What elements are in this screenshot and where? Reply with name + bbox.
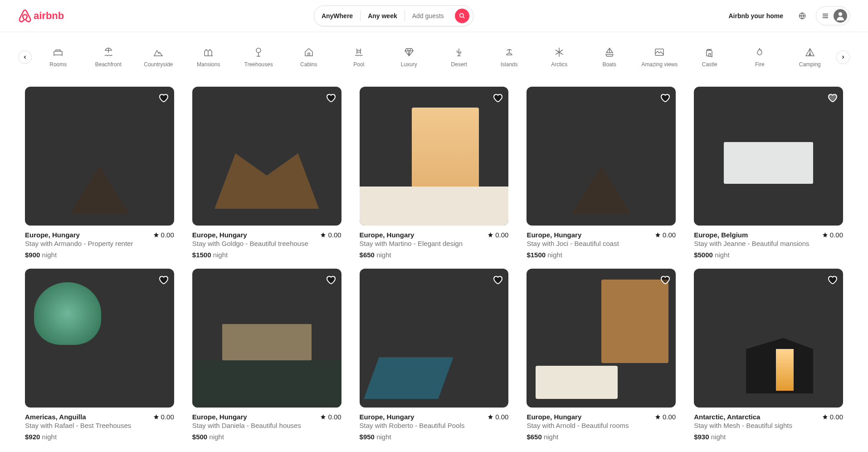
listing-image[interactable] [360, 87, 509, 226]
category-item[interactable]: Treehouses [238, 41, 280, 73]
listing-description: Stay with Arnold - Beautiful rooms [527, 422, 676, 429]
airbnb-logo-icon [18, 9, 32, 23]
listing-description: Stay with Armando - Property renter [25, 240, 174, 247]
star-icon [320, 232, 326, 238]
star-icon [488, 232, 493, 238]
listing-card[interactable]: Europe, Hungary 0.00 Stay with Arnold - … [527, 269, 676, 441]
category-prev-button[interactable] [18, 50, 32, 64]
listing-card[interactable]: Europe, Hungary 0.00 Stay with Joci - Be… [527, 87, 676, 259]
listing-price: $650 night [360, 251, 509, 259]
language-button[interactable] [793, 7, 811, 25]
favorite-button[interactable] [827, 92, 838, 103]
search-bar[interactable]: AnyWhere Any week Add guests [314, 5, 473, 26]
listing-card[interactable]: Europe, Belgium 0.00 Stay with Jeanne - … [694, 87, 843, 259]
category-label: Beachfront [95, 61, 122, 68]
island-icon [504, 47, 515, 58]
logo[interactable]: airbnb [18, 9, 64, 23]
diamond-icon [404, 47, 414, 58]
listing-image[interactable] [694, 269, 843, 408]
category-row: RoomsBeachfrontCountrysideMansionsTreeho… [0, 32, 868, 73]
listing-card[interactable]: Europe, Hungary 0.00 Stay with Goldgo - … [192, 87, 341, 259]
favorite-button[interactable] [492, 92, 503, 103]
listing-card[interactable]: Europe, Hungary 0.00 Stay with Martino -… [360, 87, 509, 259]
svg-point-0 [460, 14, 463, 17]
listing-image[interactable] [694, 87, 843, 226]
listing-price: $930 night [694, 433, 843, 441]
category-item[interactable]: Beachfront [88, 41, 130, 73]
listing-card[interactable]: Europe, Hungary 0.00 Stay with Armando -… [25, 87, 174, 259]
listing-card[interactable]: Europe, Hungary 0.00 Stay with Daniela -… [192, 269, 341, 441]
listing-image[interactable] [192, 269, 341, 408]
listing-card[interactable]: Europe, Hungary 0.00 Stay with Roberto -… [360, 269, 509, 441]
pool-icon [353, 47, 364, 58]
category-item[interactable]: Cabins [288, 41, 330, 73]
listing-image[interactable] [360, 269, 509, 408]
svg-line-1 [463, 17, 465, 19]
search-button[interactable] [455, 9, 469, 23]
category-item[interactable]: Amazing views [639, 41, 681, 73]
snowflake-icon [554, 47, 565, 58]
favorite-button[interactable] [325, 274, 336, 285]
rating-value: 0.00 [161, 231, 174, 239]
favorite-button[interactable] [659, 274, 670, 285]
listing-image[interactable] [527, 87, 676, 226]
category-next-button[interactable] [836, 50, 850, 64]
listing-description: Stay with Martino - Elegant design [360, 240, 509, 247]
heart-icon [492, 92, 503, 103]
heart-icon [158, 92, 169, 103]
hamburger-icon [822, 12, 829, 20]
category-label: Boats [602, 61, 616, 68]
category-label: Cabins [300, 61, 317, 68]
category-item[interactable]: Mansions [188, 41, 230, 73]
favorite-button[interactable] [325, 92, 336, 103]
favorite-button[interactable] [492, 274, 503, 285]
listing-image[interactable] [25, 269, 174, 408]
bed-icon [53, 47, 63, 58]
listing-description: Stay with Roberto - Beautiful Pools [360, 422, 509, 429]
listing-image[interactable] [527, 269, 676, 408]
star-icon [488, 414, 493, 420]
category-item[interactable]: Desert [438, 41, 480, 73]
heart-icon [325, 274, 336, 285]
listing-location: Europe, Hungary [25, 231, 80, 239]
search-where[interactable]: AnyWhere [314, 10, 360, 22]
category-item[interactable]: Countryside [137, 41, 180, 73]
search-guests[interactable]: Add guests [405, 10, 451, 22]
favorite-button[interactable] [827, 274, 838, 285]
user-menu[interactable] [816, 6, 850, 25]
listing-card[interactable]: Americas, Anguilla 0.00 Stay with Rafael… [25, 269, 174, 441]
listing-location: Europe, Hungary [192, 413, 247, 421]
category-label: Luxury [401, 61, 417, 68]
favorite-button[interactable] [158, 92, 169, 103]
category-label: Desert [451, 61, 467, 68]
category-item[interactable]: Arctics [538, 41, 580, 73]
search-icon [459, 13, 465, 19]
category-item[interactable]: Pool [338, 41, 380, 73]
category-item[interactable]: Boats [589, 41, 631, 73]
rating-value: 0.00 [328, 231, 341, 239]
category-label: Arctics [551, 61, 567, 68]
category-item[interactable]: Rooms [37, 41, 79, 73]
category-item[interactable]: Fire [739, 41, 781, 73]
category-label: Rooms [49, 61, 67, 68]
listing-card[interactable]: Antarctic, Antarctica 0.00 Stay with Mes… [694, 269, 843, 441]
star-icon [320, 414, 326, 420]
listing-location: Europe, Belgium [694, 231, 748, 239]
listing-image[interactable] [192, 87, 341, 226]
category-item[interactable]: Luxury [388, 41, 430, 73]
listing-image[interactable] [25, 87, 174, 226]
category-item[interactable]: Castle [689, 41, 731, 73]
rating-value: 0.00 [495, 231, 508, 239]
host-link[interactable]: Airbnb your home [723, 8, 789, 24]
favorite-button[interactable] [659, 92, 670, 103]
category-label: Castle [702, 61, 717, 68]
listing-price: $920 night [25, 433, 174, 441]
search-week[interactable]: Any week [361, 10, 405, 22]
tent-icon [805, 47, 815, 58]
beach-icon [103, 47, 114, 58]
category-item[interactable]: Islands [488, 41, 531, 73]
category-label: Camping [799, 61, 821, 68]
favorite-button[interactable] [158, 274, 169, 285]
rating-value: 0.00 [663, 231, 676, 239]
category-item[interactable]: Camping [789, 41, 831, 73]
